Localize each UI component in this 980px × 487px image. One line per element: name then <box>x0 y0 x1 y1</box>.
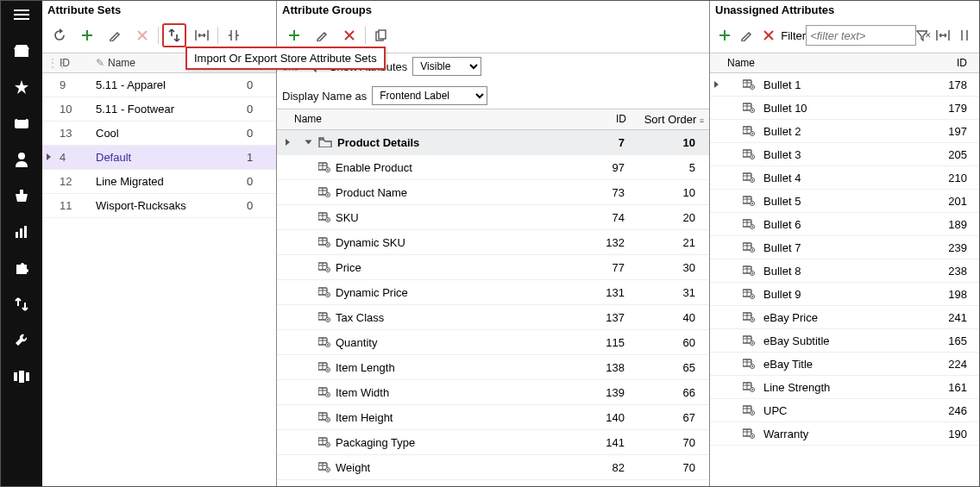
attr-sort: 66 <box>631 386 709 399</box>
delete-group-button[interactable] <box>337 23 361 47</box>
attr-name: Dynamic SKU <box>318 236 571 249</box>
menu-icon[interactable] <box>13 6 30 23</box>
user-icon[interactable] <box>13 151 30 168</box>
filter-label: Filter <box>781 29 806 42</box>
group-row[interactable]: Product Details710 <box>277 130 709 155</box>
unassigned-row[interactable]: Bullet 7239 <box>710 236 979 259</box>
delete-button[interactable] <box>130 23 154 47</box>
attr-sort: 67 <box>631 411 709 424</box>
attribute-row[interactable]: Enable Product975 <box>277 155 709 180</box>
attribute-row[interactable]: Item Height14067 <box>277 405 709 430</box>
import-export-tooltip: Import Or Export Store Attribute Sets <box>185 47 386 70</box>
attribute-row[interactable]: Price7730 <box>277 255 709 280</box>
delete-attr-button[interactable] <box>759 23 777 47</box>
unassigned-row[interactable]: eBay Title224 <box>710 353 979 376</box>
expand-icon[interactable] <box>298 138 318 147</box>
refresh-button[interactable] <box>47 23 72 47</box>
set-id: 10 <box>54 99 91 119</box>
unassigned-row[interactable]: Bullet 10179 <box>710 97 979 120</box>
svg-rect-10 <box>20 190 23 195</box>
sets-row[interactable]: 95.11 - Apparel0 <box>42 73 276 97</box>
fit-columns-button[interactable] <box>190 23 214 47</box>
attribute-row[interactable]: Product Name7310 <box>277 180 709 205</box>
sets-row[interactable]: 13Cool0 <box>42 122 276 146</box>
sets-row[interactable]: 105.11 - Footwear0 <box>42 97 276 122</box>
store-icon[interactable] <box>13 42 30 59</box>
add-group-button[interactable] <box>282 23 306 47</box>
chart-icon[interactable] <box>13 223 30 240</box>
star-icon[interactable] <box>13 78 30 96</box>
attribute-row[interactable]: Tax Class13740 <box>277 305 709 330</box>
transfer-icon[interactable] <box>13 296 30 313</box>
unassigned-row[interactable]: Bullet 8238 <box>710 259 979 283</box>
clear-filter-icon[interactable]: ✕ <box>916 28 932 43</box>
attribute-row[interactable]: Packaging Type14170 <box>277 430 709 455</box>
col-id[interactable]: ID <box>931 53 979 72</box>
attribute-row[interactable]: Item Length13865 <box>277 355 709 380</box>
ua-name: Bullet 3 <box>722 148 931 161</box>
show-attr-select[interactable]: Visible <box>412 57 481 76</box>
sets-row[interactable]: 4Default1 <box>42 146 276 170</box>
columns-button[interactable] <box>956 23 974 47</box>
unassigned-row[interactable]: Line Strength161 <box>710 376 979 399</box>
unassigned-row[interactable]: Bullet 1178 <box>710 73 979 97</box>
col-name[interactable]: Name <box>722 53 931 72</box>
unassigned-row[interactable]: UPC246 <box>710 399 979 422</box>
display-as-label: Display Name as <box>282 90 367 103</box>
row-caret-icon <box>42 153 54 162</box>
display-as-select[interactable]: Frontend Label <box>372 86 487 105</box>
ua-name: Bullet 7 <box>722 241 931 254</box>
unassigned-list: Bullet 1178Bullet 10179Bullet 2197Bullet… <box>710 73 979 486</box>
attribute-row[interactable]: Item Width13966 <box>277 380 709 405</box>
import-export-button[interactable] <box>162 23 186 47</box>
unassigned-row[interactable]: eBay Subtitle165 <box>710 329 979 353</box>
sets-row[interactable]: 11Wisport-Rucksaks0 <box>42 194 276 218</box>
unassigned-row[interactable]: Bullet 4210 <box>710 166 979 190</box>
inbox-icon[interactable] <box>13 115 30 132</box>
filter-input[interactable] <box>806 25 916 46</box>
edit-group-button[interactable] <box>310 23 334 47</box>
edit-attr-button[interactable] <box>737 23 755 47</box>
basket-icon[interactable] <box>13 187 30 204</box>
attribute-icon <box>318 187 330 197</box>
attribute-row[interactable]: Dynamic Price13131 <box>277 280 709 305</box>
panels-icon[interactable] <box>13 368 30 385</box>
col-sort[interactable]: Sort Order ≡ <box>631 109 709 129</box>
unassigned-row[interactable]: eBay Price241 <box>710 306 979 329</box>
attribute-row[interactable]: Dynamic SKU13221 <box>277 230 709 255</box>
unassigned-row[interactable]: Bullet 5201 <box>710 190 979 213</box>
set-id: 9 <box>54 75 91 95</box>
groups-title: Attribute Groups <box>277 1 709 22</box>
group-id: 7 <box>571 136 631 149</box>
unassigned-toolbar: Filter ✕ <box>710 22 979 53</box>
edit-button[interactable] <box>103 23 127 47</box>
wrench-icon[interactable] <box>13 332 30 349</box>
unassigned-row[interactable]: Bullet 6189 <box>710 213 979 236</box>
attribute-row[interactable]: Quantity11560 <box>277 330 709 355</box>
attribute-groups-panel: Attribute Groups ext> ✕ Show Attributes … <box>277 1 710 486</box>
puzzle-icon[interactable] <box>13 259 30 277</box>
group-name: Product Details <box>318 136 571 149</box>
col-id[interactable]: ID <box>54 53 91 72</box>
svg-marker-17 <box>60 28 63 34</box>
attr-id: 140 <box>571 411 631 424</box>
attribute-icon <box>318 262 330 272</box>
copy-button[interactable] <box>369 23 393 47</box>
col-id[interactable]: ID <box>571 109 631 129</box>
fit-columns-button[interactable] <box>933 23 952 47</box>
columns-button[interactable] <box>222 23 246 47</box>
unassigned-row[interactable]: Warranty190 <box>710 422 979 446</box>
sets-row[interactable]: 12Line Migrated0 <box>42 170 276 194</box>
col-name[interactable]: Name <box>289 109 571 129</box>
attribute-row[interactable]: SKU7420 <box>277 205 709 230</box>
attribute-icon <box>318 412 330 422</box>
attribute-icon <box>743 359 755 369</box>
unassigned-row[interactable]: Bullet 3205 <box>710 143 979 166</box>
unassigned-row[interactable]: Bullet 9198 <box>710 283 979 306</box>
attribute-row[interactable]: Dynamic Weight13371 <box>277 480 709 486</box>
attribute-row[interactable]: Weight8270 <box>277 455 709 480</box>
add-attr-button[interactable] <box>715 23 733 47</box>
add-button[interactable] <box>75 23 99 47</box>
unassigned-row[interactable]: Bullet 2197 <box>710 120 979 143</box>
unassigned-panel: Unassigned Attributes Filter ✕ Name ID B… <box>710 1 979 486</box>
